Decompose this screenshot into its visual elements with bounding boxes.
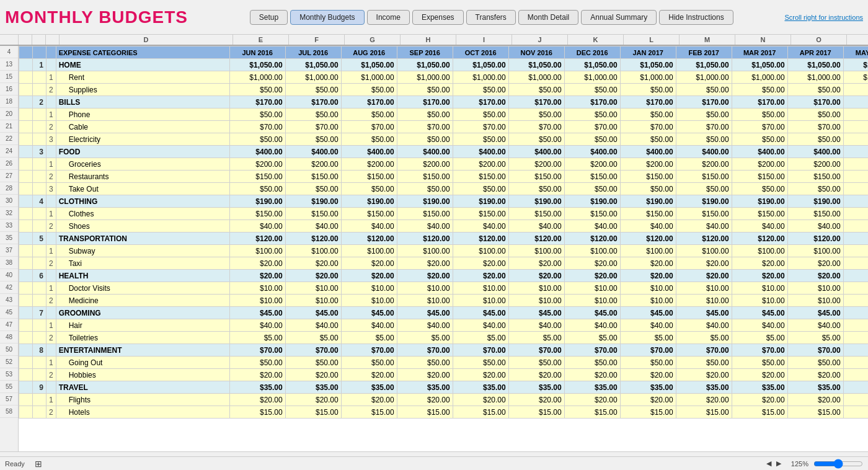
cat-num-a xyxy=(19,146,33,158)
money-cell: $1,050.00 xyxy=(229,59,285,71)
cat-num-a xyxy=(19,233,33,245)
money-cell: $200.00 xyxy=(285,158,341,171)
zoom-level: 125% xyxy=(791,460,808,468)
scroll-left-btn[interactable]: ◀ xyxy=(766,459,771,468)
sub-label: Supplies xyxy=(56,84,229,96)
table-wrapper[interactable]: EXPENSE CATEGORIES JUN 2016JUL 2016AUG 2… xyxy=(19,46,868,451)
money-cell: $150.00 xyxy=(843,171,868,183)
money-cell: $20.00 xyxy=(341,270,397,282)
zoom-slider[interactable] xyxy=(813,459,863,469)
money-cell: $400.00 xyxy=(843,146,868,158)
sub-b xyxy=(33,319,46,332)
money-cell: $20.00 xyxy=(676,257,732,270)
money-cell: $20.00 xyxy=(732,257,787,270)
money-cell: $20.00 xyxy=(620,394,676,406)
sub-a xyxy=(19,121,33,133)
col-j-header: J xyxy=(512,35,568,45)
money-cell: $70.00 xyxy=(620,121,676,133)
scroll-right-btn[interactable]: ▶ xyxy=(776,459,781,468)
row-num-45: 45 xyxy=(0,306,18,319)
money-cell: $400.00 xyxy=(676,146,732,158)
money-cell: $40.00 xyxy=(620,220,676,233)
money-cell: $190.00 xyxy=(397,195,453,208)
money-cell: $10.00 xyxy=(620,295,676,307)
money-cell: $1,000.00 xyxy=(508,71,564,84)
cat-label: HEALTH xyxy=(56,270,229,282)
sub-num: 1 xyxy=(46,109,56,121)
nav-btn-monthly-budgets[interactable]: Monthly Budgets xyxy=(290,10,364,25)
money-cell: $190.00 xyxy=(564,195,620,208)
money-cell: $50.00 xyxy=(453,183,508,195)
sub-num: 3 xyxy=(46,183,56,195)
sub-a xyxy=(19,369,33,381)
sub-label: Shoes xyxy=(56,220,229,233)
money-cell: $35.00 xyxy=(341,381,397,394)
sub-b xyxy=(33,282,46,295)
money-cell: $100.00 xyxy=(787,245,843,257)
money-cell: $150.00 xyxy=(620,171,676,183)
money-cell: $20.00 xyxy=(453,369,508,381)
sub-b xyxy=(33,171,46,183)
money-cell: $20.00 xyxy=(229,257,285,270)
row-num-47: 47 xyxy=(0,319,18,331)
cat-id: 7 xyxy=(33,307,46,319)
cat-label: BILLS xyxy=(56,96,229,109)
money-cell: $40.00 xyxy=(564,319,620,332)
status-bar: Ready ⊞ ◀ ▶ 125% xyxy=(0,456,868,470)
money-cell: $20.00 xyxy=(508,394,564,406)
money-cell: $100.00 xyxy=(843,245,868,257)
money-cell: $35.00 xyxy=(620,381,676,394)
money-cell: $20.00 xyxy=(843,394,868,406)
money-cell: $150.00 xyxy=(397,208,453,220)
money-cell: $100.00 xyxy=(508,245,564,257)
main-category-row: 9TRAVEL$35.00$35.00$35.00$35.00$35.00$35… xyxy=(19,381,869,394)
money-cell: $40.00 xyxy=(843,220,868,233)
money-cell: $120.00 xyxy=(620,233,676,245)
money-cell: $35.00 xyxy=(397,381,453,394)
row-num-22: 22 xyxy=(0,133,18,145)
nav-btn-transfers[interactable]: Transfers xyxy=(466,10,516,25)
nav-btn-setup[interactable]: Setup xyxy=(250,10,288,25)
main-category-row: 6HEALTH$20.00$20.00$20.00$20.00$20.00$20… xyxy=(19,270,869,282)
sub-b xyxy=(33,121,46,133)
money-cell: $20.00 xyxy=(285,369,341,381)
money-cell: $35.00 xyxy=(285,381,341,394)
nav-btn-month-detail[interactable]: Month Detail xyxy=(518,10,578,25)
money-cell: $5.00 xyxy=(341,332,397,344)
month-header-8: FEB 2017 xyxy=(676,47,732,59)
money-cell: $70.00 xyxy=(564,344,620,357)
cat-c xyxy=(46,381,56,394)
month-header-5: NOV 2016 xyxy=(508,47,564,59)
money-cell: $150.00 xyxy=(229,208,285,220)
sub-a xyxy=(19,319,33,332)
nav-btn-expenses[interactable]: Expenses xyxy=(412,10,464,25)
money-cell: $20.00 xyxy=(787,394,843,406)
nav-btn-annual-summary[interactable]: Annual Summary xyxy=(581,10,657,25)
money-cell: $200.00 xyxy=(229,158,285,171)
money-cell: $150.00 xyxy=(564,171,620,183)
nav-btn-hide-instructions[interactable]: Hide Instructions xyxy=(659,10,733,25)
col-f-header: F xyxy=(289,35,345,45)
money-cell: $50.00 xyxy=(508,109,564,121)
money-cell: $70.00 xyxy=(285,121,341,133)
money-cell: $190.00 xyxy=(453,195,508,208)
money-cell: $5.00 xyxy=(285,332,341,344)
money-cell: $10.00 xyxy=(620,282,676,295)
money-cell: $40.00 xyxy=(676,220,732,233)
money-cell: $1,000.00 xyxy=(285,71,341,84)
nav-btn-income[interactable]: Income xyxy=(367,10,410,25)
money-cell: $20.00 xyxy=(843,369,868,381)
cat-num-a xyxy=(19,381,33,394)
money-cell: $20.00 xyxy=(341,257,397,270)
money-cell: $50.00 xyxy=(285,109,341,121)
sub-a xyxy=(19,406,33,419)
sub-label: Medicine xyxy=(56,295,229,307)
money-cell: $15.00 xyxy=(564,406,620,419)
money-cell: $400.00 xyxy=(508,146,564,158)
main-category-row: 4CLOTHING$190.00$190.00$190.00$190.00$19… xyxy=(19,195,869,208)
money-cell: $200.00 xyxy=(787,158,843,171)
nav-buttons: SetupMonthly BudgetsIncomeExpensesTransf… xyxy=(206,10,777,25)
sub-b xyxy=(33,208,46,220)
money-cell: $50.00 xyxy=(564,183,620,195)
money-cell: $40.00 xyxy=(843,319,868,332)
